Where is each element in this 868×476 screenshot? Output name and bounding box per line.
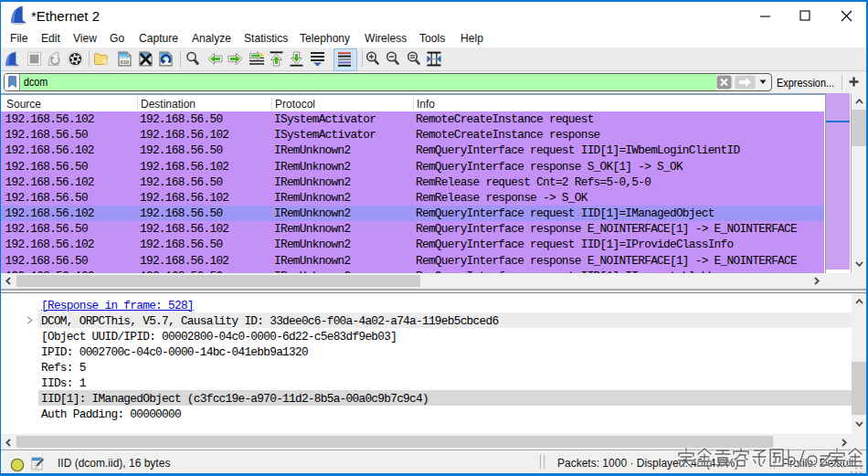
svg-text:010: 010 (121, 59, 129, 65)
